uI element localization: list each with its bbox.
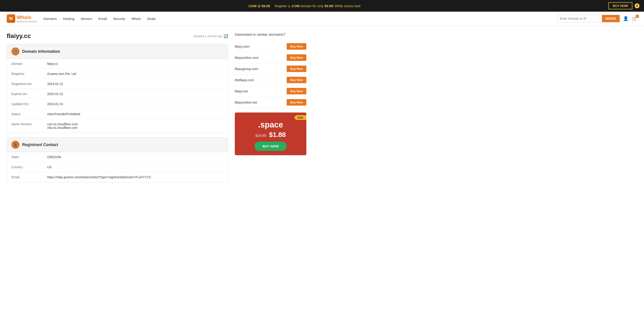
similar-domain-name-2: flaiyygroup.com: [235, 67, 258, 71]
refresh-icon[interactable]: 🔄: [224, 34, 228, 38]
buy-button-3[interactable]: Buy Now: [287, 77, 306, 83]
similar-domain-name-4: flaiyy.net: [235, 89, 248, 93]
domain-label-registered-on: Registered On:: [12, 82, 47, 86]
banner-text: .COM @ $9.98 Register a .COM domain for …: [4, 4, 604, 8]
sale-old-price: $29.88: [255, 134, 266, 138]
domain-row-registered-on: Registered On: 2024-01-31: [7, 79, 228, 89]
logo-text-wrap: Whois Identity for everyone: [16, 14, 37, 23]
domain-row-domain: Domain: flaiyy.cc: [7, 59, 228, 69]
main-content: flaiyy.cc Updated 1 second ago 🔄 🌐 Domai…: [0, 26, 313, 194]
user-icon[interactable]: 👤: [623, 16, 628, 21]
registrant-contact-icon: 👤: [12, 141, 20, 149]
page-title-row: flaiyy.cc Updated 1 second ago 🔄: [7, 32, 228, 40]
domain-value-registrar: Gname.com Pte. Ltd.: [47, 72, 77, 76]
page-title: flaiyy.cc: [7, 32, 31, 40]
domain-value-nameservers: curt.ns.cloudflare.com vita.ns.cloudflar…: [47, 122, 78, 130]
registrant-row-country: Country: US: [7, 162, 228, 172]
logo-sub: Identity for everyone: [16, 20, 37, 23]
banner-bold: .COM: [291, 4, 300, 8]
similar-domain-4: flaiyy.net Buy Now: [235, 86, 306, 97]
domain-label-expires-on: Expires On:: [12, 92, 47, 96]
domain-value-expires-on: 2025-01-31: [47, 92, 63, 96]
updated-text: Updated 1 second ago 🔄: [193, 34, 228, 38]
similar-domain-0: flaiyy.com Buy Now: [235, 41, 306, 52]
registrant-contact-title: Registrant Contact: [22, 142, 58, 147]
logo-icon: W: [7, 14, 15, 23]
domain-info-card: 🌐 Domain Information Domain: flaiyy.cc R…: [7, 44, 228, 133]
sale-buy-button[interactable]: BUY NOW: [254, 142, 287, 151]
sale-card: Sale .space $29.88 $1.88 BUY NOW: [235, 112, 306, 155]
domain-row-nameservers: Name Servers: curt.ns.cloudflare.com vit…: [7, 119, 228, 133]
registrant-label-email: Email:: [12, 175, 47, 179]
registrant-row-state: State: OREGON: [7, 152, 228, 162]
registrant-contact-card: 👤 Registrant Contact State: OREGON Count…: [7, 137, 228, 182]
buy-button-2[interactable]: Buy Now: [287, 66, 306, 72]
search-button[interactable]: WHOIS: [602, 15, 620, 22]
similar-domain-name-3: theflaiyy.com: [235, 78, 254, 82]
registrant-label-state: State:: [12, 155, 47, 159]
registrant-value-email: https://rdap.gname.com/extra/contact?typ…: [47, 175, 152, 179]
domain-value-updated-on: 2024-01-31: [47, 102, 63, 106]
similar-domain-2: flaiyygroup.com Buy Now: [235, 63, 306, 74]
domain-row-registrar: Registrar: Gname.com Pte. Ltd.: [7, 69, 228, 79]
domain-info-title: Domain Information: [22, 49, 60, 54]
main-nav: Domains Hosting Servers Email Security W…: [44, 17, 156, 20]
similar-domain-name-1: flaiyyonline.com: [235, 56, 259, 60]
buy-button-1[interactable]: Buy Now: [287, 54, 306, 61]
search-input[interactable]: [557, 15, 602, 22]
similar-domain-3: theflaiyy.com Buy Now: [235, 74, 306, 86]
sale-new-price: $1.88: [269, 131, 286, 138]
header-right: WHOIS 👤 🛒 0: [557, 15, 637, 22]
top-banner: .COM @ $9.98 Register a .COM domain for …: [0, 0, 644, 12]
registrant-value-state: OREGON: [47, 155, 61, 159]
registrant-value-country: US: [47, 165, 52, 169]
domain-label-updated-on: Updated On:: [12, 102, 47, 106]
buy-button-5[interactable]: Buy Now: [287, 99, 306, 106]
banner-com-left: .COM @ $9.98: [248, 4, 270, 8]
logo-text: Whois: [16, 14, 31, 20]
cart-badge: 0: [636, 14, 639, 18]
right-column: Interested in similar domains? flaiyy.co…: [235, 32, 306, 187]
search-bar: WHOIS: [557, 15, 620, 22]
sale-domain: .space: [239, 120, 302, 130]
domain-value-registered-on: 2024-01-31: [47, 82, 63, 86]
domain-value-status: clientTransferProhibited: [47, 112, 80, 116]
registrant-row-email: Email: https://rdap.gname.com/extra/cont…: [7, 172, 228, 182]
domain-row-updated-on: Updated On: 2024-01-31: [7, 99, 228, 109]
nav-domains[interactable]: Domains: [44, 17, 57, 20]
banner-text3: ! While stocks last!: [333, 4, 361, 8]
registrant-label-country: Country:: [12, 165, 47, 169]
updated-label: Updated 1 second ago: [193, 34, 222, 38]
similar-domain-name-5: flaiyyonline.net: [235, 100, 257, 104]
similar-domain-1: flaiyyonline.com Buy Now: [235, 52, 306, 63]
domain-row-expires-on: Expires On: 2025-01-31: [7, 89, 228, 99]
domain-row-status: Status: clientTransferProhibited: [7, 109, 228, 119]
logo[interactable]: W Whois Identity for everyone: [7, 14, 37, 23]
domain-label-registrar: Registrar:: [12, 72, 47, 76]
buy-button-0[interactable]: Buy Now: [287, 43, 306, 50]
banner-close-button[interactable]: ✕: [634, 3, 640, 8]
nav-deals[interactable]: Deals: [147, 17, 156, 20]
cart-wrapper: 🛒 0: [632, 16, 637, 21]
nav-security[interactable]: Security: [113, 17, 125, 20]
nav-whois[interactable]: Whois: [132, 17, 141, 20]
banner-buy-button[interactable]: BUY NOW: [608, 2, 632, 10]
domain-value-domain: flaiyy.cc: [47, 62, 58, 66]
domain-info-icon: 🌐: [12, 48, 20, 56]
banner-main: Register a: [274, 4, 291, 8]
nav-hosting[interactable]: Hosting: [63, 17, 74, 20]
sale-prices: $29.88 $1.88: [239, 131, 302, 138]
nav-email[interactable]: Email: [98, 17, 107, 20]
similar-domains-title: Interested in similar domains?: [235, 32, 306, 37]
domain-label-nameservers: Name Servers:: [12, 122, 47, 126]
registrant-contact-header: 👤 Registrant Contact: [7, 138, 228, 152]
nav-servers[interactable]: Servers: [81, 17, 92, 20]
similar-domain-5: flaiyyonline.net Buy Now: [235, 97, 306, 108]
header: W Whois Identity for everyone Domains Ho…: [0, 12, 644, 26]
domain-label-status: Status:: [12, 112, 47, 116]
domain-label-domain: Domain:: [12, 62, 47, 66]
sale-badge: Sale: [294, 115, 306, 120]
banner-price: $9.98: [324, 4, 333, 8]
buy-button-4[interactable]: Buy Now: [287, 88, 306, 94]
left-column: flaiyy.cc Updated 1 second ago 🔄 🌐 Domai…: [7, 32, 228, 187]
